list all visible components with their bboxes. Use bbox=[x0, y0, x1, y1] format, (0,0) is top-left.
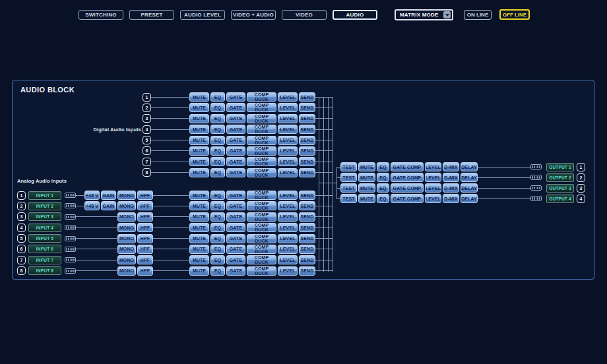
comp-duck-button[interactable]: COMP DUCK bbox=[247, 223, 276, 232]
level-button[interactable]: LEVEL bbox=[278, 146, 298, 156]
matrix-mode-dropdown[interactable]: MATRIX MODE bbox=[395, 9, 453, 20]
dmix-button[interactable]: D-MIX bbox=[443, 194, 459, 203]
input-select-button[interactable]: INPUT 6 bbox=[28, 245, 61, 253]
send-button[interactable]: SEND bbox=[299, 157, 315, 166]
comp-duck-button[interactable]: COMP DUCK bbox=[247, 234, 276, 243]
dmix-button[interactable]: D-MIX bbox=[443, 173, 459, 182]
online-button[interactable]: ON LINE bbox=[464, 10, 492, 20]
eq-button[interactable]: EQ bbox=[210, 136, 225, 145]
mute-button[interactable]: MUTE bbox=[189, 136, 209, 145]
comp-duck-button[interactable]: COMP DUCK bbox=[247, 191, 276, 200]
input-select-button[interactable]: INPUT 3 bbox=[28, 212, 61, 221]
level-button[interactable]: LEVEL bbox=[278, 114, 298, 123]
mute-button[interactable]: MUTE bbox=[189, 114, 209, 123]
mute-button[interactable]: MUTE bbox=[189, 125, 209, 134]
hpf-button[interactable]: HPF bbox=[137, 223, 153, 232]
eq-button[interactable]: EQ bbox=[210, 245, 225, 254]
dmix-button[interactable]: D-MIX bbox=[443, 162, 459, 171]
level-button[interactable]: LEVEL bbox=[278, 191, 298, 200]
eq-button[interactable]: EQ bbox=[210, 103, 225, 112]
delay-button[interactable]: DELAY bbox=[461, 183, 478, 193]
toolbar-tab[interactable]: VIDEO bbox=[282, 10, 327, 20]
eq-button[interactable]: EQ bbox=[377, 162, 389, 171]
level-button[interactable]: LEVEL bbox=[278, 168, 298, 177]
send-button[interactable]: SEND bbox=[299, 255, 315, 264]
test-button[interactable]: TEST bbox=[340, 194, 357, 203]
eq-button[interactable]: EQ bbox=[210, 191, 225, 200]
send-button[interactable]: SEND bbox=[299, 114, 315, 123]
gate-button[interactable]: GATE bbox=[226, 168, 245, 177]
level-button[interactable]: LEVEL bbox=[278, 136, 298, 145]
phantom-power-button[interactable]: +48 V bbox=[84, 191, 100, 200]
test-button[interactable]: TEST bbox=[340, 162, 357, 171]
mute-button[interactable]: MUTE bbox=[189, 103, 209, 112]
comp-duck-button[interactable]: COMP DUCK bbox=[247, 125, 276, 134]
mute-button[interactable]: MUTE bbox=[189, 157, 209, 166]
toolbar-tab[interactable]: VIDEO + AUDIO bbox=[231, 10, 276, 20]
gain-button[interactable]: GAIN bbox=[101, 201, 116, 210]
level-button[interactable]: LEVEL bbox=[425, 162, 441, 171]
gate-button[interactable]: GATE bbox=[226, 234, 245, 243]
gain-button[interactable]: GAIN bbox=[101, 191, 116, 200]
input-select-button[interactable]: INPUT 1 bbox=[28, 191, 61, 200]
mute-button[interactable]: MUTE bbox=[189, 234, 209, 243]
test-button[interactable]: TEST bbox=[340, 183, 357, 193]
gate-button[interactable]: GATE bbox=[226, 136, 245, 145]
mono-button[interactable]: MONO bbox=[117, 201, 136, 210]
gate-button[interactable]: GATE bbox=[226, 201, 245, 210]
mute-button[interactable]: MUTE bbox=[358, 194, 375, 203]
input-select-button[interactable]: INPUT 8 bbox=[28, 266, 61, 275]
mono-button[interactable]: MONO bbox=[117, 223, 136, 232]
mute-button[interactable]: MUTE bbox=[189, 168, 209, 177]
eq-button[interactable]: EQ bbox=[377, 183, 389, 193]
level-button[interactable]: LEVEL bbox=[278, 234, 298, 243]
toolbar-tab[interactable]: SWITCHING bbox=[79, 10, 123, 20]
send-button[interactable]: SEND bbox=[299, 223, 315, 232]
eq-button[interactable]: EQ bbox=[210, 212, 225, 222]
hpf-button[interactable]: HPF bbox=[137, 191, 153, 200]
comp-duck-button[interactable]: COMP DUCK bbox=[247, 157, 276, 166]
level-button[interactable]: LEVEL bbox=[278, 103, 298, 112]
gate-button[interactable]: GATE bbox=[226, 125, 245, 134]
eq-button[interactable]: EQ bbox=[210, 114, 225, 123]
delay-button[interactable]: DELAY bbox=[461, 162, 478, 171]
level-button[interactable]: LEVEL bbox=[425, 173, 441, 182]
eq-button[interactable]: EQ bbox=[210, 92, 225, 102]
test-button[interactable]: TEST bbox=[340, 173, 357, 182]
eq-button[interactable]: EQ bbox=[210, 234, 225, 243]
level-button[interactable]: LEVEL bbox=[278, 223, 298, 232]
comp-duck-button[interactable]: COMP DUCK bbox=[247, 168, 276, 177]
send-button[interactable]: SEND bbox=[299, 234, 315, 243]
gate-button[interactable]: GATE bbox=[226, 212, 245, 222]
level-button[interactable]: LEVEL bbox=[425, 194, 441, 203]
send-button[interactable]: SEND bbox=[299, 201, 315, 210]
comp-duck-button[interactable]: COMP DUCK bbox=[247, 212, 276, 222]
output-select-button[interactable]: OUTPUT 2 bbox=[546, 173, 574, 182]
mute-button[interactable]: MUTE bbox=[189, 245, 209, 254]
eq-button[interactable]: EQ bbox=[210, 201, 225, 210]
toolbar-tab[interactable]: PRESET bbox=[129, 10, 174, 20]
mono-button[interactable]: MONO bbox=[117, 245, 136, 254]
send-button[interactable]: SEND bbox=[299, 245, 315, 254]
send-button[interactable]: SEND bbox=[299, 103, 315, 112]
input-select-button[interactable]: INPUT 5 bbox=[28, 234, 61, 243]
chevron-down-icon[interactable] bbox=[443, 11, 451, 18]
level-button[interactable]: LEVEL bbox=[278, 245, 298, 254]
delay-button[interactable]: DELAY bbox=[461, 173, 478, 182]
gate-button[interactable]: GATE bbox=[226, 157, 245, 166]
send-button[interactable]: SEND bbox=[299, 125, 315, 134]
hpf-button[interactable]: HPF bbox=[137, 212, 153, 222]
input-select-button[interactable]: INPUT 4 bbox=[28, 224, 61, 232]
eq-button[interactable]: EQ bbox=[377, 194, 389, 203]
hpf-button[interactable]: HPF bbox=[137, 245, 153, 254]
mono-button[interactable]: MONO bbox=[117, 266, 136, 276]
eq-button[interactable]: EQ bbox=[377, 173, 389, 182]
level-button[interactable]: LEVEL bbox=[425, 183, 441, 193]
send-button[interactable]: SEND bbox=[299, 168, 315, 177]
mute-button[interactable]: MUTE bbox=[189, 223, 209, 232]
level-button[interactable]: LEVEL bbox=[278, 212, 298, 222]
comp-duck-button[interactable]: COMP DUCK bbox=[247, 266, 276, 276]
mute-button[interactable]: MUTE bbox=[189, 146, 209, 156]
delay-button[interactable]: DELAY bbox=[461, 194, 478, 203]
send-button[interactable]: SEND bbox=[299, 146, 315, 156]
